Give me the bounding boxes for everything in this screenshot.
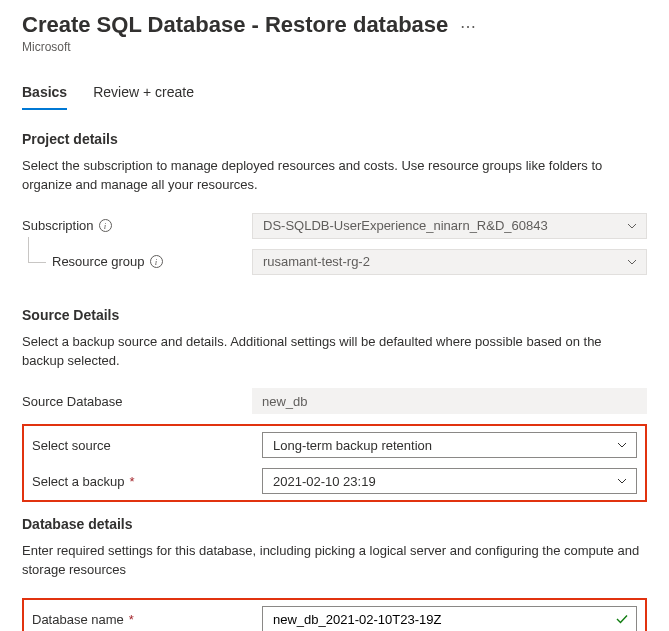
database-details-heading: Database details: [22, 516, 647, 532]
tab-review-create[interactable]: Review + create: [93, 84, 194, 110]
publisher-label: Microsoft: [22, 40, 647, 54]
database-details-desc: Enter required settings for this databas…: [22, 542, 647, 580]
source-database-label: Source Database: [22, 394, 252, 409]
page-title: Create SQL Database - Restore database: [22, 12, 448, 38]
resource-group-select[interactable]: rusamant-test-rg-2: [252, 249, 647, 275]
select-backup-dropdown[interactable]: 2021-02-10 23:19: [262, 468, 637, 494]
tabs-bar: Basics Review + create: [22, 84, 647, 111]
more-actions-icon[interactable]: ⋯: [460, 17, 478, 36]
select-source-label: Select source: [32, 438, 262, 453]
project-details-desc: Select the subscription to manage deploy…: [22, 157, 647, 195]
subscription-label: Subscription i: [22, 218, 252, 233]
source-database-value: new_db: [252, 388, 647, 414]
chevron-down-icon: [616, 475, 628, 487]
chevron-down-icon: [616, 439, 628, 451]
source-details-desc: Select a backup source and details. Addi…: [22, 333, 647, 371]
select-source-dropdown[interactable]: Long-term backup retention: [262, 432, 637, 458]
select-backup-label: Select a backup *: [32, 474, 262, 489]
valid-check-icon: [615, 612, 629, 626]
tab-basics[interactable]: Basics: [22, 84, 67, 110]
chevron-down-icon: [626, 256, 638, 268]
resource-group-label: Resource group i: [52, 254, 252, 269]
source-details-heading: Source Details: [22, 307, 647, 323]
subscription-select[interactable]: DS-SQLDB-UserExperience_ninarn_R&D_60843: [252, 213, 647, 239]
info-icon[interactable]: i: [99, 219, 112, 232]
project-details-heading: Project details: [22, 131, 647, 147]
database-name-label: Database name *: [32, 612, 262, 627]
database-name-highlight-box: Database name *: [22, 598, 647, 631]
source-highlight-box: Select source Long-term backup retention…: [22, 424, 647, 502]
indent-connector: [28, 237, 46, 263]
database-name-input[interactable]: [262, 606, 637, 631]
info-icon[interactable]: i: [150, 255, 163, 268]
chevron-down-icon: [626, 220, 638, 232]
